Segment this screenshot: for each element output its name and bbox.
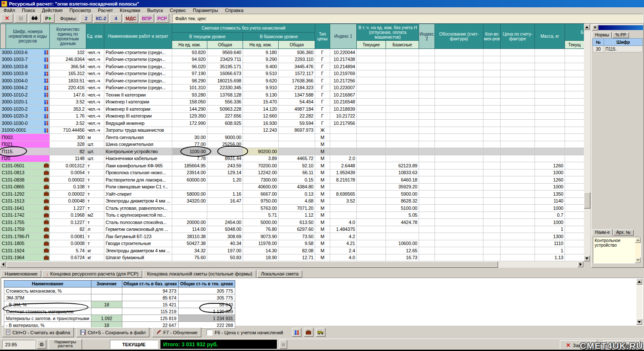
vscroll-thumb[interactable] [584, 192, 590, 209]
grid-cell-unit[interactable]: чел.-ч [86, 127, 104, 134]
grid-cell-b[interactable] [565, 155, 584, 162]
grid-cell-base_u[interactable]: 12242.00 [243, 169, 279, 176]
grid-cell-idx2[interactable] [419, 77, 435, 85]
resource-code-cell[interactable]: 3000-1020-3 [0, 112, 50, 120]
grid-cell-cur_u[interactable]: 23914.00 [172, 169, 207, 176]
grid-cell-just[interactable] [435, 106, 483, 113]
grid-cell-invoice[interactable] [501, 120, 535, 127]
resource-code-cell[interactable]: С101-1786-П [0, 233, 50, 240]
grid-cell-mech[interactable] [483, 169, 501, 176]
resource-code-cell[interactable]: 3000-1020-1 [0, 98, 50, 106]
resource-code-cell[interactable]: С101-1292 [0, 191, 50, 198]
grid-cell-cur_u[interactable]: 20000.00 [172, 219, 207, 226]
grid-cell-base_u[interactable] [243, 134, 279, 141]
grid-cell-just[interactable] [435, 70, 483, 77]
summary-cell-current[interactable]: 1 130 889 [178, 308, 235, 315]
grid-cell-baz[interactable]: 62123.89 [386, 162, 419, 169]
memo-scroll-down[interactable] [635, 257, 641, 263]
summary-row[interactable]: Материалы с заготов. и транспортными1.09… [4, 315, 235, 322]
grid-cell-invoice[interactable] [501, 49, 535, 56]
grid-cell-b[interactable] [565, 112, 584, 120]
grid-cell-qty[interactable]: 1833.51 [50, 77, 86, 85]
grid-cell-unit[interactable]: т [86, 176, 104, 184]
grid-cell-cur_t[interactable] [207, 183, 243, 191]
grid-cell-mech[interactable] [483, 219, 501, 226]
grid-cell-just[interactable] [435, 205, 483, 212]
table-row[interactable]: С101-1786-П0.0081тЛак битумный БТ-123381… [0, 233, 584, 240]
grid-cell-baz[interactable]: 8628.32 [386, 197, 419, 205]
grid-cell-mech[interactable] [483, 70, 501, 77]
resource-code-cell[interactable]: С101-0813 [0, 169, 50, 176]
grid-cell-mech[interactable] [483, 84, 501, 91]
grid-cell-idx2[interactable] [419, 98, 435, 106]
grid-cell-baz[interactable] [386, 77, 419, 85]
tab-norms[interactable]: Нормы [592, 32, 612, 38]
resource-code-cell[interactable]: С101-1742 [0, 212, 50, 219]
table-row[interactable]: С101-17550.1227тСталь полосовая спокойна… [0, 219, 584, 226]
grid-cell-tek[interactable] [357, 176, 386, 184]
grid-cell-base_t[interactable]: 1.12 [279, 212, 315, 219]
grid-cell-cur_t[interactable]: 1.20 [207, 176, 243, 184]
resource-code-cell[interactable]: П002. [0, 134, 50, 141]
grid-cell-tek[interactable] [357, 134, 386, 141]
table-row[interactable]: С101-05010.001312тЛаки канифольные КФ-96… [0, 162, 584, 169]
grid-cell-cur_u[interactable]: 93.820 [172, 49, 207, 56]
grid-cell-tek[interactable] [357, 127, 386, 134]
grid-cell-idx2[interactable] [419, 70, 435, 77]
grid-cell-name[interactable]: Рабочие-строители (средн... [104, 56, 172, 63]
grid-cell-base_t[interactable]: 22.282 [279, 112, 315, 120]
grid-cell-just[interactable] [435, 148, 483, 155]
table-row[interactable]: С101-19640.6724кгШпагат бумажный75.6050.… [0, 254, 584, 261]
grid-cell-cur_u[interactable]: 144.290 [172, 106, 207, 113]
f6-checkbox[interactable] [207, 330, 213, 336]
grid-cell-type[interactable]: Г [315, 84, 330, 91]
grid-cell-qty[interactable]: 102 [50, 49, 86, 56]
grid-cell-idx2[interactable] [419, 191, 435, 198]
grid-cell-idx1[interactable]: 10.214894 [330, 63, 357, 70]
grid-cell-idx1[interactable]: 10.217256 [330, 77, 357, 85]
resource-code-cell[interactable]: 3000-1003-6 [0, 49, 50, 56]
grid-cell-qty[interactable]: 0.0008 [50, 240, 86, 247]
summary-scroll-up[interactable] [636, 278, 642, 284]
grid-cell-unit[interactable]: м [86, 134, 104, 141]
grid-cell-mass[interactable] [535, 106, 565, 113]
grid-cell-cur_t[interactable]: 22330.345 [207, 84, 243, 91]
grid-cell-idx1[interactable]: 10.220044 [330, 49, 357, 56]
table-row[interactable]: С101-12920.00002тУайт-спирит58000.001.16… [0, 191, 584, 198]
grid-cell-qty[interactable]: 366.54 [50, 63, 86, 70]
grid-cell-invoice[interactable] [501, 134, 535, 141]
grid-cell-mech[interactable] [483, 106, 501, 113]
reset-button[interactable]: F7 - Обнуление [152, 327, 201, 337]
grid-cell-idx2[interactable] [419, 106, 435, 113]
grid-cell-just[interactable] [435, 254, 483, 261]
grid-cell-name[interactable]: Роли свинцовые марки С1 т... [104, 183, 172, 191]
grid-hscrollbar[interactable] [0, 261, 584, 268]
grid-cell-base_u[interactable]: 6667.00 [243, 191, 279, 198]
grid-cell-b[interactable] [565, 226, 584, 233]
grid-cell-idx1[interactable]: 1.484375 [330, 226, 357, 233]
grid-cell-idx1[interactable]: 10.223007 [330, 84, 357, 91]
grid-cell-name[interactable]: Сталь угловая, равнополоч... [104, 205, 172, 212]
grid-cell-tek[interactable] [357, 226, 386, 233]
grid-cell-b[interactable] [565, 134, 584, 141]
menu-params[interactable]: Параметры [189, 7, 222, 13]
grid-cell-mech[interactable] [483, 120, 501, 127]
grid-cell-mech[interactable] [483, 226, 501, 233]
grid-cell-unit[interactable]: шт. [86, 148, 104, 155]
grid-cell-base_u[interactable]: 3.89 [243, 155, 279, 162]
grid-cell-cur_u[interactable]: 75.60 [172, 254, 207, 261]
grid-cell-cur_t[interactable]: 243.59 [207, 162, 243, 169]
grid-cell-invoice[interactable] [501, 254, 535, 261]
table-row[interactable]: 3000-1003-9165.312чел.-чРабочие-строител… [0, 70, 584, 77]
grid-cell-idx2[interactable] [419, 226, 435, 233]
grid-cell-type[interactable]: М [315, 134, 330, 141]
form-mds-button[interactable]: МДС [123, 14, 138, 23]
materials-filter-button[interactable] [304, 328, 313, 337]
resource-code-cell[interactable]: П021. [0, 141, 50, 148]
grid-cell-b[interactable] [565, 240, 584, 247]
grid-cell-idx1[interactable] [330, 212, 357, 219]
grid-cell-base_u[interactable]: 9.510 [243, 70, 279, 77]
grid-cell-name[interactable]: Толь с крупнозернистой по... [104, 212, 172, 219]
tab-percent-rr[interactable]: % РР [612, 32, 629, 38]
grid-cell-invoice[interactable] [501, 70, 535, 77]
